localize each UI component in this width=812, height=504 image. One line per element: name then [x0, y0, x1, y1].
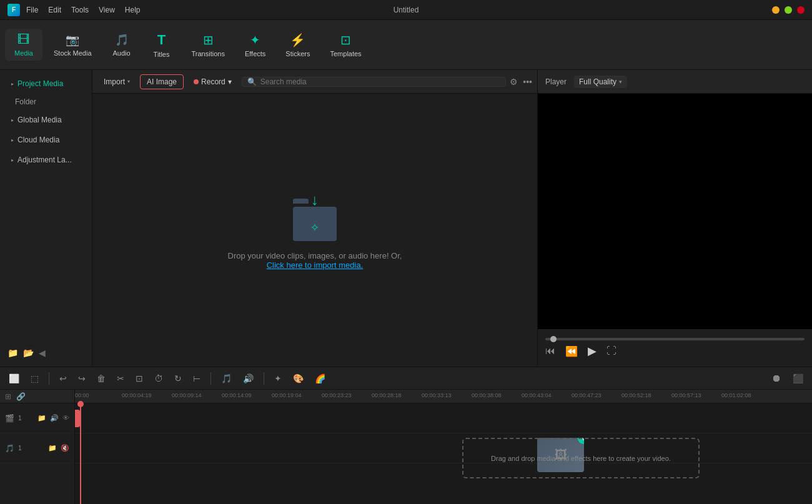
title-bar-menus: File Edit Tools View Help — [26, 6, 141, 14]
sidebar-cloud-media-label: Cloud Media — [17, 136, 59, 144]
video-track-number: 1 — [18, 415, 22, 422]
titles-icon: T — [157, 32, 166, 48]
timeline-multiselect-tool[interactable]: ⬚ — [27, 371, 42, 386]
window-maximize[interactable] — [785, 6, 792, 14]
timeline-effects-tool[interactable]: ✦ — [270, 371, 285, 386]
timeline-redo-btn[interactable]: ↪ — [74, 371, 89, 386]
add-track-icon[interactable]: ⊞ — [5, 392, 11, 401]
audio-track-row: 🖼 + Drag and drop media and effects here… — [75, 433, 812, 463]
timeline-speed-btn[interactable]: ⏱ — [151, 371, 167, 386]
media-actions: ⚙ ••• — [510, 77, 532, 87]
menu-edit[interactable]: Edit — [48, 6, 61, 14]
video-track-audio-icon[interactable]: 🔊 — [50, 414, 59, 422]
toolbar-item-transitions[interactable]: ⊞ Transitions — [183, 29, 234, 61]
video-track-folder-icon[interactable]: 📁 — [37, 414, 46, 422]
sidebar-collapse-icon[interactable]: ◀ — [39, 348, 46, 358]
more-options-icon[interactable]: ••• — [523, 77, 532, 87]
import-link[interactable]: Click here to import media. — [267, 260, 364, 270]
player-panel: Player Full Quality ▾ ⏮ ⏪ ▶ ⛶ — [537, 70, 812, 367]
timeline-color-tool[interactable]: 🎨 — [289, 371, 307, 386]
playhead[interactable] — [80, 403, 81, 504]
toolbar-item-media[interactable]: 🎞 Media — [5, 29, 42, 61]
toolbar-divider-2 — [210, 372, 211, 385]
drop-zone: ⟡ ↓ Drop your video clips, images, or au… — [92, 94, 537, 367]
sidebar-add-folder-icon[interactable]: 📁 — [7, 348, 18, 358]
title-bar-left: F File Edit Tools View Help — [7, 4, 141, 16]
app-logo: F — [7, 4, 20, 16]
sidebar-item-project-media[interactable]: ▸ Project Media — [4, 74, 88, 93]
sidebar-item-cloud-media[interactable]: ▸ Cloud Media — [4, 131, 88, 149]
ruler-tick-11: 00:00:52:18 — [621, 392, 651, 398]
title-bar: F File Edit Tools View Help Untitled — [0, 0, 812, 20]
timeline-export-btn[interactable]: ⬛ — [789, 371, 807, 386]
playhead-handle[interactable] — [77, 401, 84, 407]
ruler-tick-7: 00:00:33:13 — [422, 392, 452, 398]
player-step-back-icon[interactable]: ⏪ — [565, 345, 578, 357]
timeline-record-btn[interactable]: ⏺ — [768, 370, 785, 387]
toolbar-item-stickers[interactable]: ⚡ Stickers — [277, 29, 319, 61]
toolbar-item-audio[interactable]: 🎵 Audio — [103, 29, 141, 61]
sidebar-item-folder[interactable]: Folder — [0, 94, 92, 110]
search-input[interactable] — [260, 77, 501, 86]
progress-bar[interactable] — [545, 338, 805, 340]
menu-help[interactable]: Help — [125, 6, 141, 14]
toolbar-stock-media-label: Stock Media — [54, 49, 92, 57]
timeline-content: ⊞ 🔗 🎬 1 📁 🔊 👁 🎵 1 📁 🔇 — [0, 390, 812, 504]
import-button[interactable]: Import ▾ — [97, 75, 136, 89]
timeline-vol-tool[interactable]: 🔊 — [239, 371, 257, 386]
filter-icon[interactable]: ⚙ — [510, 77, 518, 87]
ruler-tick-0: 00:00 — [75, 392, 89, 398]
sidebar-smart-folder-icon[interactable]: 📂 — [23, 348, 34, 358]
timeline-delete-btn[interactable]: 🗑 — [93, 371, 109, 386]
ai-image-button[interactable]: AI Image — [140, 74, 184, 89]
timeline-undo-btn[interactable]: ↩ — [56, 371, 71, 386]
window-minimize[interactable] — [772, 6, 780, 14]
timeline-color2-tool[interactable]: 🌈 — [311, 371, 329, 386]
menu-file[interactable]: File — [26, 6, 38, 14]
timeline-tracks-area: 🖼 + Drag and drop media and effects here… — [75, 403, 812, 504]
sidebar-adjustment-layer-label: Adjustment La... — [17, 156, 72, 164]
toolbar-item-templates[interactable]: ⊡ Templates — [321, 29, 370, 61]
player-fullscreen-icon[interactable]: ⛶ — [607, 345, 616, 357]
timeline-split-btn[interactable]: ✂ — [113, 371, 128, 386]
record-button[interactable]: Record ▾ — [187, 75, 238, 89]
audio-track-mute-icon[interactable]: 🔇 — [61, 444, 69, 452]
player-play-icon[interactable]: ▶ — [588, 344, 597, 358]
ruler-tick-4: 00:00:19:04 — [272, 392, 302, 398]
sidebar-item-adjustment-layer[interactable]: ▸ Adjustment La... — [4, 151, 88, 169]
toolbar-item-titles[interactable]: T Titles — [143, 28, 181, 62]
audio-track-number: 1 — [18, 445, 22, 452]
player-rewind-icon[interactable]: ⏮ — [545, 345, 555, 357]
timeline-loop-btn[interactable]: ↻ — [171, 371, 186, 386]
video-track-eye-icon[interactable]: 👁 — [62, 414, 69, 422]
ruler-tick-3: 00:00:14:09 — [222, 392, 252, 398]
drop-text: Drop your video clips, images, or audio … — [228, 251, 402, 270]
drop-icon: ⟡ ↓ — [290, 191, 340, 241]
menu-tools[interactable]: Tools — [71, 6, 89, 14]
quality-select[interactable]: Full Quality ▾ — [574, 76, 627, 88]
timeline-crop-btn[interactable]: ⊡ — [132, 371, 147, 386]
quality-chevron-icon: ▾ — [619, 79, 622, 85]
media-toolbar: Import ▾ AI Image Record ▾ 🔍 ⚙ ••• — [92, 70, 537, 94]
search-bar[interactable]: 🔍 — [242, 77, 507, 87]
timeline-audio-tool[interactable]: 🎵 — [217, 371, 235, 386]
folder-tab — [293, 199, 309, 204]
timeline-select-tool[interactable]: ⬜ — [5, 371, 23, 386]
progress-thumb[interactable] — [550, 336, 557, 342]
sidebar-item-global-media[interactable]: ▸ Global Media — [4, 111, 88, 129]
player-screen — [538, 94, 812, 329]
player-controls: ⏮ ⏪ ▶ ⛶ — [538, 329, 812, 367]
timeline-trim-btn[interactable]: ⊢ — [189, 371, 204, 386]
timeline-ruler-wrapper: 00:00 00:00:04:19 00:00:09:14 00:00:14:0… — [75, 390, 812, 504]
toolbar-item-stock-media[interactable]: 📷 Stock Media — [45, 29, 101, 61]
window-close[interactable] — [797, 6, 805, 14]
toolbar-titles-label: Titles — [154, 51, 170, 58]
ruler-tick-13: 00:01:02:08 — [721, 392, 751, 398]
toolbar-media-label: Media — [14, 49, 33, 57]
sidebar-bottom-icons: 📁 📂 ◀ — [0, 343, 92, 363]
menu-view[interactable]: View — [99, 6, 115, 14]
toolbar-item-effects[interactable]: ✦ Effects — [236, 29, 274, 61]
audio-track-folder-icon[interactable]: 📁 — [48, 444, 57, 452]
toolbar-divider-1 — [49, 372, 49, 385]
link-icon[interactable]: 🔗 — [16, 392, 26, 401]
